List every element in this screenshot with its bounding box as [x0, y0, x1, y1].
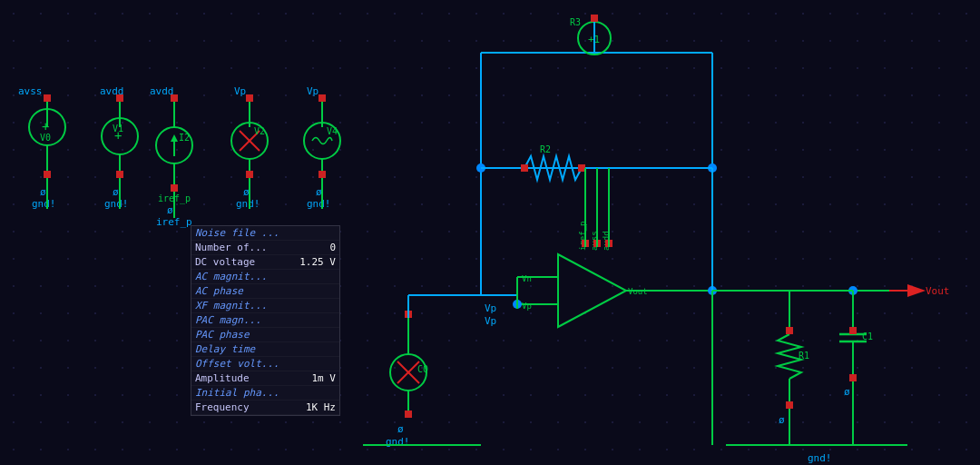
svg-text:ø: ø	[167, 204, 173, 216]
props-key-initphase: Initial pha...	[195, 387, 279, 399]
svg-text:ø: ø	[113, 186, 119, 198]
svg-text:gnd!: gnd!	[236, 198, 260, 210]
svg-rect-5	[44, 94, 51, 102]
svg-rect-107	[849, 374, 857, 381]
svg-text:Vout: Vout	[926, 285, 950, 297]
svg-text:ø: ø	[316, 186, 322, 198]
svg-rect-120	[405, 411, 412, 418]
svg-text:avdd: avdd	[100, 85, 124, 97]
svg-text:C1: C1	[862, 331, 873, 341]
props-val-dcvolt: 1.25 V	[299, 256, 336, 268]
svg-text:avdd: avdd	[150, 85, 174, 97]
svg-rect-47	[318, 171, 326, 178]
props-row-acmag: AC magnit...	[191, 270, 339, 284]
svg-text:Vn: Vn	[522, 274, 532, 283]
properties-panel: Noise file ... Number of... 0 DC voltage…	[191, 225, 340, 416]
svg-text:V0: V0	[40, 133, 51, 143]
svg-rect-66	[521, 164, 528, 172]
props-key-dcvolt: DC voltage	[195, 256, 255, 268]
svg-rect-37	[246, 94, 253, 102]
props-row-acphase: AC phase	[191, 284, 339, 299]
props-key-offset: Offset volt...	[195, 358, 279, 370]
svg-rect-97	[786, 327, 793, 334]
svg-text:+: +	[42, 119, 49, 134]
props-row-offset: Offset volt...	[191, 357, 339, 371]
svg-text:Vp: Vp	[522, 302, 532, 311]
svg-text:gnd!: gnd!	[104, 198, 129, 210]
svg-marker-93	[907, 284, 926, 297]
props-key-delay: Delay time	[195, 343, 255, 355]
svg-text:ø: ø	[397, 423, 404, 435]
props-key-xfmag: XF magnit...	[195, 300, 267, 312]
svg-text:R3: R3	[570, 17, 581, 27]
props-row-initphase: Initial pha...	[191, 386, 339, 401]
svg-rect-46	[318, 94, 326, 102]
svg-marker-68	[558, 254, 626, 327]
props-row-freq: Frequency 1K Hz	[191, 401, 339, 415]
svg-text:Vp: Vp	[234, 85, 246, 97]
props-row-delay: Delay time	[191, 342, 339, 357]
props-key-freq: Frequency	[195, 401, 250, 413]
svg-rect-38	[246, 171, 253, 178]
svg-text:ø: ø	[844, 386, 850, 398]
props-key-noise: Noise file ...	[195, 227, 279, 239]
props-row-xfmag: XF magnit...	[191, 299, 339, 313]
props-key-amplitude: Amplitude	[195, 372, 250, 384]
props-row-numof: Number of... 0	[191, 241, 339, 255]
svg-text:R2: R2	[540, 144, 551, 154]
props-row-noise: Noise file ...	[191, 226, 339, 241]
svg-text:Vp: Vp	[307, 85, 318, 97]
props-val-amplitude: 1m V	[312, 372, 337, 384]
svg-text:V1: V1	[113, 124, 123, 134]
svg-rect-14	[116, 171, 123, 178]
svg-rect-98	[786, 401, 793, 409]
svg-text:ø: ø	[779, 414, 785, 426]
svg-rect-61	[591, 15, 598, 22]
props-row-amplitude: Amplitude 1m V	[191, 371, 339, 386]
svg-text:V4: V4	[327, 126, 338, 136]
props-val-freq: 1K Hz	[306, 401, 336, 413]
svg-text:C0: C0	[417, 364, 428, 374]
svg-marker-23	[171, 134, 178, 142]
svg-rect-67	[578, 164, 585, 172]
props-row-dcvolt: DC voltage 1.25 V	[191, 255, 339, 270]
svg-text:ø: ø	[40, 186, 46, 198]
svg-rect-4	[44, 171, 51, 178]
props-row-pacmag: PAC magn...	[191, 313, 339, 328]
props-key-pacmag: PAC magn...	[195, 314, 261, 326]
svg-text:avss: avss	[18, 85, 43, 97]
props-key-numof: Number of...	[195, 242, 267, 253]
schematic-svg: + avss ø gnd! V0 + avdd ø gnd! V1 avdd i…	[0, 0, 980, 465]
svg-text:V2: V2	[254, 126, 265, 136]
props-key-pacphase: PAC phase	[195, 329, 250, 341]
props-row-pacphase: PAC phase	[191, 328, 339, 342]
props-key-acphase: AC phase	[195, 285, 243, 297]
svg-text:gnd!: gnd!	[386, 436, 410, 448]
svg-text:ø: ø	[243, 186, 250, 198]
svg-text:Vp: Vp	[485, 302, 496, 314]
svg-text:gnd!: gnd!	[808, 452, 832, 464]
svg-text:gnd!: gnd!	[32, 198, 56, 210]
props-key-acmag: AC magnit...	[195, 271, 267, 282]
svg-rect-106	[849, 327, 857, 334]
props-val-numof: 0	[329, 242, 336, 253]
svg-text:Vp: Vp	[485, 315, 496, 327]
svg-text:R1: R1	[799, 351, 809, 361]
svg-text:I2: I2	[179, 133, 190, 143]
svg-text:gnd!: gnd!	[307, 198, 331, 210]
svg-rect-26	[171, 184, 178, 192]
